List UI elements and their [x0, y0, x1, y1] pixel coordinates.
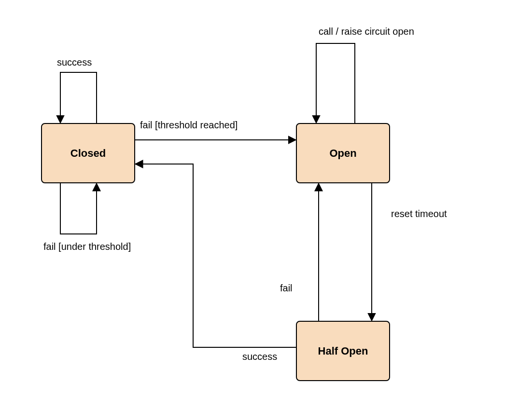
state-closed-label: Closed — [70, 147, 106, 160]
state-open: Open — [296, 123, 390, 183]
state-half-open-label: Half Open — [318, 345, 368, 357]
state-open-label: Open — [329, 147, 356, 160]
label-call-raise-circuit-open: call / raise circuit open — [319, 26, 414, 37]
label-fail-under-threshold: fail [under threshold] — [43, 241, 131, 252]
label-success-self: success — [57, 57, 92, 68]
edge-closed-self-fail-under — [60, 183, 97, 234]
edge-halfopen-to-closed — [135, 164, 296, 347]
label-fail: fail — [280, 283, 293, 294]
edge-closed-self-success — [60, 72, 97, 123]
edge-open-self-call — [316, 43, 355, 123]
label-fail-threshold-reached: fail [threshold reached] — [140, 120, 238, 131]
state-half-open: Half Open — [296, 321, 390, 381]
state-closed: Closed — [41, 123, 135, 183]
label-reset-timeout: reset timeout — [391, 208, 447, 219]
label-success-to-closed: success — [242, 351, 277, 362]
